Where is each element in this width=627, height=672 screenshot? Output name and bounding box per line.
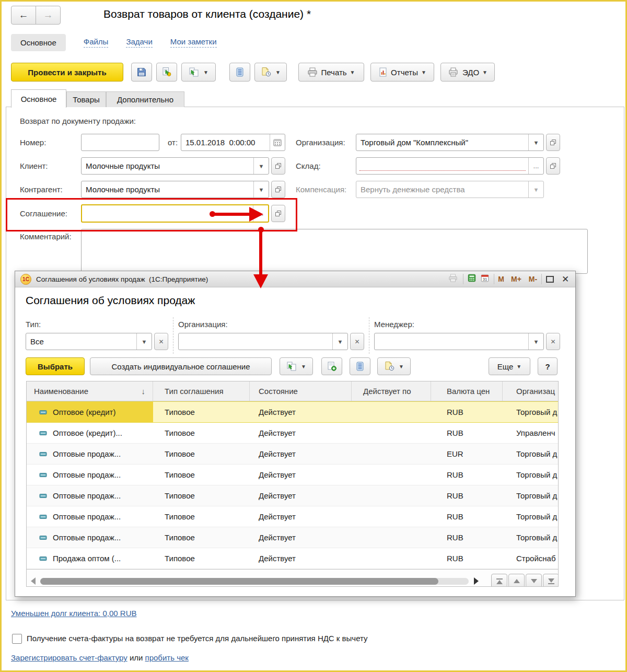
organization-combo[interactable]: Торговый дом "Комплексный" ▼ — [356, 134, 544, 151]
scroll-right-icon[interactable] — [474, 577, 479, 585]
triangle-down-icon — [531, 579, 537, 583]
required-marker — [359, 170, 526, 171]
back-button[interactable]: ← — [11, 6, 36, 25]
table-row[interactable]: Оптовые продаж... Типовое Действует EUR … — [27, 444, 558, 465]
post-and-close-button[interactable]: Провести и закрыть — [11, 63, 123, 82]
save-button[interactable] — [131, 63, 152, 82]
titlebar-calendar-button[interactable]: 31 — [480, 273, 490, 285]
client-dropdown-button[interactable]: ▼ — [253, 158, 269, 174]
document-structure-button[interactable] — [229, 63, 250, 82]
reports-button[interactable]: Отчеты ▼ — [370, 63, 434, 82]
filter-separator — [173, 317, 173, 354]
organization-dropdown-button[interactable]: ▼ — [528, 134, 543, 150]
number-input[interactable] — [81, 134, 159, 151]
make-receipt-link[interactable]: пробить чек — [145, 653, 189, 662]
help-button[interactable]: ? — [538, 357, 558, 375]
comment-label: Комментарий: — [20, 232, 72, 241]
column-header-name[interactable]: Наименование↓ — [27, 381, 153, 401]
column-header-currency[interactable]: Валюта цен — [431, 381, 503, 401]
edo-label: ЭДО — [462, 68, 479, 77]
annotation-arrow-head — [249, 207, 263, 222]
popup-add-button[interactable] — [321, 357, 342, 375]
filter-org-clear-button[interactable]: ✕ — [350, 333, 364, 350]
date-picker-button[interactable] — [270, 134, 285, 150]
column-header-state[interactable]: Состояние — [250, 381, 352, 401]
post-document-button[interactable] — [156, 63, 177, 82]
table-row[interactable]: Оптовое (кредит)... Типовое Действует RU… — [27, 423, 558, 444]
organization-value: Торговый дом "Комплексный" — [356, 138, 528, 147]
date-input[interactable]: 15.01.2018 0:00:00 — [181, 134, 285, 151]
vat-checkbox[interactable] — [12, 634, 22, 644]
nav-item-tasks[interactable]: Задачи — [126, 37, 152, 48]
debt-link[interactable]: Уменьшен долг клиента: 0,00 RUB — [11, 609, 137, 618]
filter-type-dropdown-button[interactable]: ▼ — [136, 333, 152, 350]
column-header-organization[interactable]: Организац — [503, 381, 558, 401]
table-row[interactable]: Оптовые продаж... Типовое Действует RUB … — [27, 527, 558, 548]
counterparty-open-button[interactable] — [271, 181, 285, 198]
popup-titlebar[interactable]: 1С Соглашения об условиях продаж (1С:Пре… — [15, 271, 575, 287]
create-based-on-button[interactable]: ▼ — [181, 63, 216, 82]
print-button[interactable]: Печать ▼ — [298, 63, 364, 82]
client-combo[interactable]: Молочные продукты ▼ — [81, 157, 269, 175]
edo-button[interactable]: ЭДО ▼ — [440, 63, 495, 82]
horizontal-scrollbar-track[interactable] — [40, 578, 469, 585]
nav-item-notes[interactable]: Мои заметки — [170, 37, 217, 48]
memory-minus-button[interactable]: M- — [525, 275, 541, 283]
organization-open-button[interactable] — [546, 134, 560, 151]
filter-org-dropdown-button[interactable]: ▼ — [332, 333, 347, 350]
comment-textarea[interactable] — [81, 229, 588, 274]
cell-currency: RUB — [431, 408, 503, 416]
filter-manager-dropdown-button[interactable]: ▼ — [528, 333, 543, 350]
select-button[interactable]: Выбрать — [26, 357, 85, 375]
table-row[interactable]: Оптовые продаж... Типовое Действует RUB … — [27, 485, 558, 506]
date-label: от: — [168, 138, 178, 147]
filter-org-combo[interactable]: ▼ — [178, 333, 348, 350]
cell-type: Типовое — [153, 533, 250, 542]
more-button[interactable]: Еще ▼ — [489, 357, 530, 375]
go-previous-button[interactable] — [508, 574, 525, 587]
titlebar-print-button[interactable] — [448, 274, 458, 284]
memory-button[interactable]: M — [494, 275, 508, 283]
nav-item-main[interactable]: Основное — [11, 34, 66, 51]
popup-create-based-on-button[interactable]: ▼ — [280, 357, 313, 375]
cell-name: Оптовые продаж... — [53, 470, 121, 479]
close-button[interactable]: ✕ — [558, 274, 573, 285]
warehouse-open-button[interactable] — [546, 157, 560, 175]
warehouse-choose-button[interactable]: ... — [528, 158, 543, 174]
forward-button[interactable]: → — [36, 6, 61, 25]
filter-type-combo[interactable]: Все ▼ — [26, 333, 152, 350]
warehouse-input[interactable]: ... — [356, 157, 544, 175]
table-row[interactable]: Оптовые продаж... Типовое Действует RUB … — [27, 506, 558, 527]
tab-main[interactable]: Основное — [11, 89, 66, 108]
popup-list-settings-button[interactable] — [350, 357, 370, 375]
table-row[interactable]: Оптовое (кредит) Типовое Действует RUB Т… — [27, 401, 558, 423]
cell-name: Оптовое (кредит)... — [53, 428, 122, 437]
edo-caret-icon: ▼ — [482, 69, 487, 75]
counterparty-combo[interactable]: Молочные продукты ▼ — [81, 181, 269, 198]
tab-extra[interactable]: Дополнительно — [106, 91, 184, 107]
create-individual-agreement-button[interactable]: Создать индивидуальное соглашение — [90, 357, 272, 375]
titlebar-calculator-button[interactable] — [467, 273, 477, 285]
go-first-button[interactable] — [491, 574, 507, 587]
vat-checkbox-label: Получение счета-фактуры на возврат не тр… — [27, 634, 368, 643]
filter-manager-clear-button[interactable]: ✕ — [546, 333, 560, 350]
change-history-button[interactable]: ▼ — [254, 63, 287, 82]
filter-type-clear-button[interactable]: ✕ — [154, 333, 168, 350]
counterparty-dropdown-button[interactable]: ▼ — [253, 181, 269, 198]
nav-item-files[interactable]: Файлы — [84, 37, 109, 48]
go-last-button[interactable] — [543, 574, 559, 587]
tab-goods[interactable]: Товары — [66, 91, 106, 107]
filter-manager-combo[interactable]: ▼ — [374, 333, 544, 350]
horizontal-scrollbar-thumb[interactable] — [40, 578, 438, 585]
go-next-button[interactable] — [526, 574, 542, 587]
column-header-valid-until[interactable]: Действует по — [352, 381, 431, 401]
scroll-left-icon[interactable] — [31, 577, 36, 585]
column-header-type[interactable]: Тип соглашения — [153, 381, 250, 401]
table-row[interactable]: Продажа оптом (... Типовое Действует RUB… — [27, 548, 558, 569]
client-open-button[interactable] — [271, 157, 285, 175]
popup-history-button[interactable]: ▼ — [377, 357, 411, 375]
memory-plus-button[interactable]: M+ — [508, 275, 525, 283]
register-invoice-link[interactable]: Зарегистрировать счет-фактуру — [11, 653, 127, 662]
table-row[interactable]: Оптовые продаж... Типовое Действует RUB … — [27, 465, 558, 485]
maximize-button[interactable] — [542, 276, 558, 283]
